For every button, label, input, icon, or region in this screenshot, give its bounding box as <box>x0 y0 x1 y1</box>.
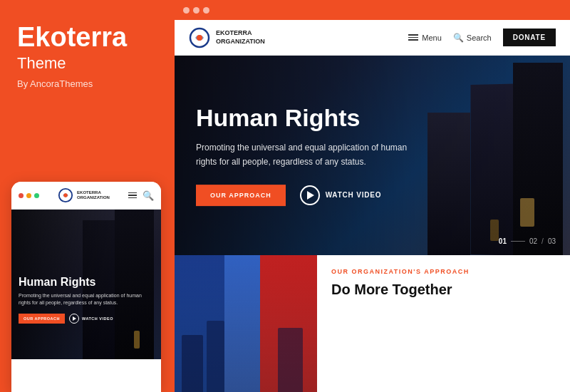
left-panel: Ekoterra Theme By AncoraThemes EKOTERRA … <box>0 0 175 392</box>
hamburger-line <box>128 195 137 196</box>
hamburger-line <box>128 192 137 194</box>
desktop-hero-description: Promoting the universal and equal applic… <box>196 142 424 169</box>
desktop-hero: Human Rights Promoting the universal and… <box>175 56 570 255</box>
mobile-play-triangle <box>73 316 76 321</box>
mobile-video-label: Watch VIdEo <box>82 316 113 321</box>
mobile-approach-button[interactable]: OUR APPROACH <box>19 314 65 324</box>
hamburger-line <box>128 197 137 199</box>
building-1 <box>182 335 203 392</box>
menu-toggle[interactable]: Menu <box>408 33 442 42</box>
mobile-dot-red <box>19 193 24 198</box>
mobile-window-dots <box>19 193 39 198</box>
desktop-video-button[interactable]: WATCH VIDEO <box>300 185 382 205</box>
menu-hamburger-icon <box>408 34 418 41</box>
browser-dot-3 <box>203 7 209 14</box>
mobile-logo: EKOTERRA ORGANIZATION <box>58 187 110 203</box>
slide-next[interactable]: 02 <box>529 237 537 245</box>
desktop-mockup: EKOTERRA ORGANIZATION Menu 🔍 Search <box>175 20 570 392</box>
desktop-logo-text: EKOTERRA ORGANIZATION <box>216 29 265 46</box>
svg-point-3 <box>197 35 202 41</box>
desktop-play-circle <box>300 185 320 205</box>
mobile-logo-icon <box>58 187 73 203</box>
desktop-play-triangle <box>307 191 314 200</box>
desktop-cta-buttons: OUR APPROACH WATCH VIDEO <box>196 185 424 206</box>
slide-divider <box>511 241 525 242</box>
hamburger-line <box>408 34 418 36</box>
mobile-dot-green <box>34 193 39 198</box>
mobile-hero-description: Promoting the universal and equal applic… <box>19 292 154 306</box>
building-3 <box>278 328 303 392</box>
mobile-mockup: EKOTERRA ORGANIZATION 🔍 <box>11 182 161 392</box>
mobile-hero-title: Human Rights <box>19 276 154 289</box>
mobile-dot-yellow <box>26 193 31 198</box>
mobile-video-button[interactable]: Watch VIdEo <box>69 314 113 324</box>
bottom-heading: Do More Together <box>331 281 556 298</box>
brand-title: Ekoterra <box>17 23 157 53</box>
menu-label: Menu <box>422 33 442 42</box>
desktop-hero-content: Human Rights Promoting the universal and… <box>196 105 424 206</box>
mobile-play-circle <box>69 314 79 324</box>
desktop-approach-button[interactable]: OUR APPROACH <box>196 185 286 206</box>
mobile-top-bar: EKOTERRA ORGANIZATION 🔍 <box>11 182 161 210</box>
desktop-logo: EKOTERRA ORGANIZATION <box>189 27 265 48</box>
desktop-hero-title: Human Rights <box>196 105 424 131</box>
bottom-image <box>175 255 317 392</box>
search-label: Search <box>467 33 492 42</box>
browser-window-dots <box>183 7 209 14</box>
brand-by: By AncoraThemes <box>17 78 157 89</box>
search-icon[interactable]: 🔍 <box>142 190 154 201</box>
search-icon: 🔍 <box>453 33 464 43</box>
browser-dot-1 <box>183 7 190 14</box>
browser-dot-2 <box>193 7 200 14</box>
desktop-bottom-section: OUR ORGANIZATION'S APPROACH Do More Toge… <box>175 255 570 392</box>
desktop-video-label: WATCH VIDEO <box>326 191 382 199</box>
search-toggle[interactable]: 🔍 Search <box>453 33 492 43</box>
browser-chrome <box>175 0 570 20</box>
slide-separator: / <box>542 237 544 245</box>
right-panel: EKOTERRA ORGANIZATION Menu 🔍 Search <box>175 0 570 392</box>
desktop-nav-right: Menu 🔍 Search DONATE <box>408 29 556 46</box>
bottom-text-content: OUR ORGANIZATION'S APPROACH Do More Toge… <box>317 255 570 392</box>
mobile-logo-text: EKOTERRA ORGANIZATION <box>77 190 110 200</box>
donate-button[interactable]: DONATE <box>503 29 556 46</box>
building-2 <box>207 321 224 392</box>
slide-current[interactable]: 01 <box>499 237 507 245</box>
bottom-label: OUR ORGANIZATION'S APPROACH <box>331 268 556 275</box>
hamburger-icon[interactable] <box>128 192 137 199</box>
brand-subtitle: Theme <box>17 54 157 73</box>
mobile-hero-content: Human Rights Promoting the universal and… <box>19 276 154 324</box>
mobile-hero: Human Rights Promoting the universal and… <box>11 210 161 359</box>
svg-point-1 <box>63 193 68 197</box>
desktop-logo-icon <box>189 27 210 48</box>
hamburger-line <box>408 37 418 38</box>
mobile-nav-right: 🔍 <box>128 190 154 201</box>
mobile-cta-buttons: OUR APPROACH Watch VIdEo <box>19 314 154 324</box>
slide-indicators: 01 02 / 03 <box>499 237 556 245</box>
hamburger-line <box>408 39 418 41</box>
slide-last[interactable]: 03 <box>548 237 556 245</box>
desktop-nav: EKOTERRA ORGANIZATION Menu 🔍 Search <box>175 20 570 56</box>
